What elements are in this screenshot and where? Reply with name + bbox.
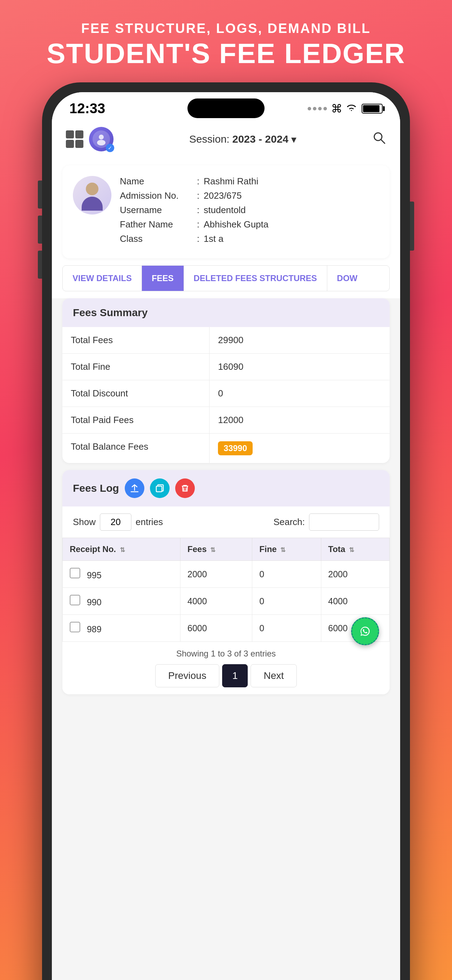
summary-row-total-fees: Total Fees 29900 [62,327,390,354]
phone-frame: 12:33 ⌘ [42,83,410,980]
summary-row-total-discount: Total Discount 0 [62,380,390,407]
label-admission: Admission No. [120,190,197,201]
row-checkbox-2[interactable] [70,622,80,632]
info-row-father: Father Name : Abhishek Gupta [120,219,379,230]
session-value: 2023 - 2024 [232,133,288,145]
tab-view-details[interactable]: VIEW DETAILS [63,266,142,291]
svg-rect-4 [156,486,162,492]
whatsapp-fab[interactable] [351,617,379,645]
fees-summary-card: Fees Summary Total Fees 29900 Total Fine… [62,298,390,463]
cell-fine-1: 0 [252,588,321,615]
logo-inner [92,130,110,148]
table-row: 990 4000 0 4000 [63,588,390,615]
student-card: Name : Rashmi Rathi Admission No. : 2023… [62,165,390,258]
col-fine[interactable]: Fine ⇅ [252,538,321,561]
svg-point-1 [97,140,105,145]
search-control: Search: [273,514,379,531]
info-row-class: Class : 1st a [120,234,379,244]
session-selector[interactable]: Session: 2023 - 2024 ▾ [189,133,296,145]
tabs-container: VIEW DETAILS FEES DELETED FEES STRUCTURE… [62,265,390,291]
col-receipt[interactable]: Receipt No. ⇅ [63,538,180,561]
receipt-no-0: 995 [87,570,102,580]
search-icon-top[interactable] [372,131,386,148]
status-icons: ⌘ [308,102,383,115]
value-class: 1st a [204,234,223,244]
fees-summary-header: Fees Summary [62,298,390,327]
current-page-button[interactable]: 1 [222,664,248,687]
balance-badge: 33990 [218,441,253,455]
log-controls: Show entries Search: [62,506,390,538]
summary-row-total-paid: Total Paid Fees 12000 [62,407,390,434]
tab-fees[interactable]: FEES [142,266,184,291]
pagination-area: Showing 1 to 3 of 3 entries Previous 1 N… [62,642,390,694]
delete-btn[interactable] [175,479,195,498]
row-checkbox-1[interactable] [70,595,80,605]
sort-icon-receipt: ⇅ [120,546,125,554]
show-label: Show [73,517,95,528]
tab-deleted-fees[interactable]: DELETED FEES STRUCTURES [184,266,327,291]
showing-text: Showing 1 to 3 of 3 entries [73,649,379,659]
cell-fees-0: 2000 [180,561,252,588]
svg-point-2 [374,133,382,140]
entries-label: entries [135,517,163,528]
summary-label-total-fine: Total Fine [62,354,210,380]
student-avatar [73,176,111,215]
grid-icon[interactable] [66,130,83,148]
upload-btn[interactable] [125,479,144,498]
svg-point-0 [99,135,104,140]
sort-icon-fine: ⇅ [280,546,286,554]
wifi-icon: ⌘ [331,102,357,115]
next-button[interactable]: Next [250,664,297,687]
summary-value-total-fine: 16090 [210,354,390,380]
info-row-admission: Admission No. : 2023/675 [120,190,379,201]
avatar-head [86,183,99,195]
search-input[interactable] [309,514,379,531]
status-bar: 12:33 ⌘ [52,92,400,120]
sort-icon-fees: ⇅ [210,546,215,554]
nav-left [66,127,113,151]
summary-label-total-discount: Total Discount [62,380,210,407]
summary-value-balance: 33990 [210,434,390,463]
pagination-buttons: Previous 1 Next [73,664,379,687]
tab-dow[interactable]: DOW [327,266,368,291]
table-row: 989 6000 0 6000 [63,615,390,642]
col-fees[interactable]: Fees ⇅ [180,538,252,561]
cell-receipt-0: 995 [63,561,180,588]
receipt-no-2: 989 [87,624,102,634]
cell-total-0: 2000 [321,561,389,588]
value-username: studentold [204,205,246,216]
value-admission: 2023/675 [204,190,242,201]
status-time: 12:33 [69,100,105,116]
svg-point-5 [358,624,372,638]
app-content: Fees Summary Total Fees 29900 Total Fine… [52,298,400,980]
fees-log-header: Fees Log [62,470,390,506]
label-father: Father Name [120,219,197,230]
info-row-name: Name : Rashmi Rathi [120,176,379,187]
table-row: 995 2000 0 2000 [63,561,390,588]
summary-row-balance: Total Balance Fees 33990 [62,434,390,463]
battery-icon [361,104,383,114]
logo-circle[interactable] [89,127,113,151]
avatar-body [82,197,103,211]
avatar-figure [78,181,106,209]
table-header-row: Receipt No. ⇅ Fees ⇅ Fine ⇅ [63,538,390,561]
previous-button[interactable]: Previous [155,664,220,687]
summary-value-total-paid: 12000 [210,407,390,433]
value-father: Abhishek Gupta [204,219,268,230]
top-nav: Session: 2023 - 2024 ▾ [52,120,400,158]
value-name: Rashmi Rathi [204,176,258,187]
copy-btn[interactable] [150,479,170,498]
header-title: STUDENT'S FEE LEDGER [46,39,406,68]
col-total[interactable]: Tota ⇅ [321,538,389,561]
row-checkbox-0[interactable] [70,568,80,578]
session-dropdown-icon: ▾ [291,133,296,145]
receipt-no-1: 990 [87,597,102,607]
show-entries: Show entries [73,514,163,531]
label-username: Username [120,205,197,216]
cell-receipt-2: 989 [63,615,180,642]
fees-log-table: Receipt No. ⇅ Fees ⇅ Fine ⇅ [62,538,390,642]
entries-input[interactable] [100,514,131,531]
label-class: Class [120,234,197,244]
cell-total-1: 4000 [321,588,389,615]
signal-dots [308,107,327,110]
